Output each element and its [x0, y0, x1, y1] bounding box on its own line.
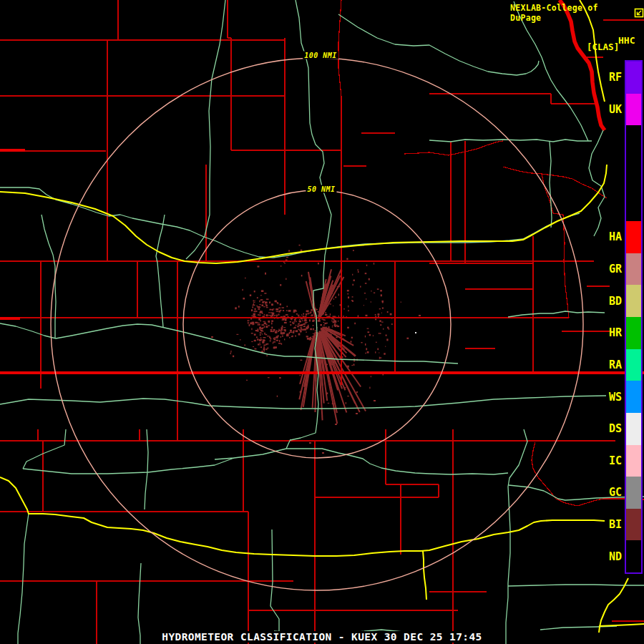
- legend-swatch-HR: [626, 317, 641, 349]
- legend-label-UK: UK: [593, 104, 622, 115]
- legend-swatch-IC: [626, 445, 641, 477]
- radar-app-window: NEXLAB-College of DuPage [CLAS] HHC 100 …: [0, 0, 644, 644]
- legend-bar: [625, 60, 643, 574]
- legend-label-GR: GR: [593, 263, 622, 275]
- legend-swatch-HA: [626, 221, 641, 253]
- brand[interactable]: NEXLAB-College of DuPage: [510, 3, 644, 23]
- legend-swatch-DS: [626, 413, 641, 445]
- legend-swatch-RA: [626, 349, 641, 381]
- ring-label-100nmi: 100 NMI: [303, 52, 338, 59]
- legend-label-ND: ND: [593, 551, 622, 562]
- legend-label-DS: DS: [593, 423, 622, 434]
- legend-swatch-blank: [626, 190, 641, 222]
- legend-label-BI: BI: [593, 519, 622, 530]
- legend-label-WS: WS: [593, 391, 622, 403]
- ring-label-50nmi: 50 NMI: [306, 185, 336, 193]
- legend-swatch-ND: [626, 540, 641, 572]
- legend-label-IC: IC: [593, 455, 622, 467]
- legend-swatch-WS: [626, 381, 641, 413]
- external-link-arrow-icon[interactable]: [634, 8, 644, 18]
- product-code-label: HHC: [618, 35, 635, 46]
- legend-label-RA: RA: [593, 359, 622, 371]
- legend-swatch-blank: [626, 125, 641, 157]
- radar-map: [0, 0, 644, 644]
- legend-label-HA: HA: [593, 231, 622, 243]
- legend-swatch-UK: [626, 94, 641, 126]
- brand-label[interactable]: NEXLAB-College of DuPage: [510, 3, 632, 23]
- legend-swatch-BD: [626, 285, 641, 317]
- legend-label-RF: RF: [593, 72, 622, 83]
- legend-label-HR: HR: [593, 327, 622, 338]
- legend-swatch-GC: [626, 477, 641, 509]
- legend-label-BD: BD: [593, 296, 622, 307]
- legend-swatch-blank: [626, 157, 641, 190]
- product-id-label: [CLAS]: [587, 42, 619, 52]
- legend-swatch-GR: [626, 253, 641, 286]
- legend-swatch-RF: [626, 62, 641, 94]
- legend-label-GC: GC: [593, 487, 622, 498]
- product-title-bar: HYDROMETEOR CLASSIFICATION - KUEX 30 DEC…: [160, 631, 484, 643]
- legend-swatch-BI: [626, 509, 641, 541]
